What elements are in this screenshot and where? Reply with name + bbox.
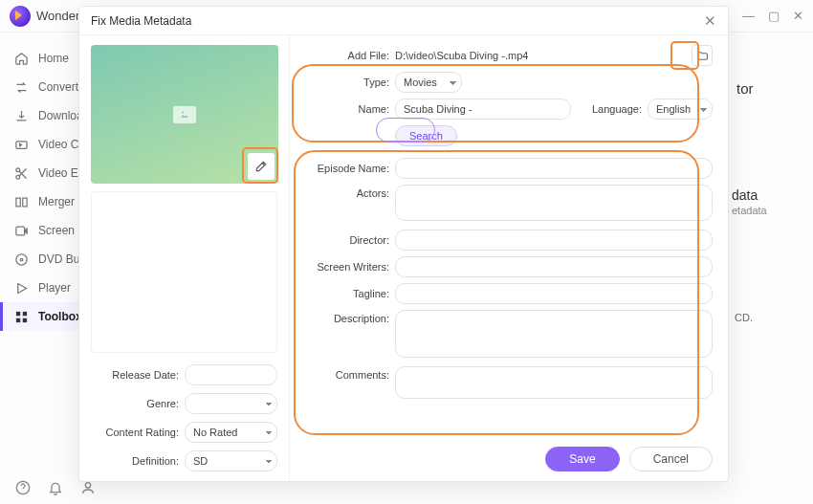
name-label: Name:	[305, 103, 389, 115]
genre-label: Genre:	[91, 398, 179, 409]
modal-fix-metadata: Fix Media Metadata ✕ Release Date:	[78, 6, 729, 482]
bg-text: data	[732, 187, 758, 203]
svg-point-1	[15, 167, 19, 171]
sidebar-item-label: Player	[38, 281, 71, 295]
svg-rect-5	[15, 227, 24, 235]
bg-text: etadata	[732, 205, 767, 216]
addfile-label: Add File:	[305, 50, 389, 61]
sidebar-item-label: Home	[38, 52, 69, 65]
svg-point-7	[20, 258, 23, 261]
modal-header: Fix Media Metadata ✕	[79, 7, 728, 35]
actors-input[interactable]	[395, 185, 713, 221]
convert-icon	[13, 79, 29, 95]
definition-label: Definition:	[91, 455, 179, 467]
browse-folder-button[interactable]	[692, 45, 713, 66]
modal-right-column: Add File: Type: Movies Name: Language: E…	[290, 35, 728, 481]
definition-select[interactable]: SD	[185, 450, 277, 471]
user-icon[interactable]	[80, 480, 96, 498]
description-input[interactable]	[395, 310, 713, 358]
bg-text: tor	[736, 80, 754, 97]
modal-body: Release Date: Genre: Content Rating: No …	[79, 35, 728, 481]
play-icon	[13, 280, 29, 296]
release-date-input[interactable]	[185, 364, 277, 385]
edit-cover-button[interactable]	[248, 153, 275, 180]
svg-marker-8	[17, 283, 26, 293]
modal-close-button[interactable]: ✕	[704, 12, 716, 30]
name-input[interactable]	[395, 99, 571, 120]
window-minimize[interactable]: —	[742, 9, 755, 23]
svg-rect-4	[22, 198, 26, 207]
preview-empty-area	[91, 191, 277, 353]
svg-point-15	[182, 111, 184, 113]
scissors-icon	[13, 165, 29, 181]
episode-label: Episode Name:	[305, 163, 389, 174]
description-label: Description:	[305, 310, 389, 324]
episode-input[interactable]	[395, 158, 713, 179]
type-select[interactable]: Movies	[395, 72, 462, 93]
disc-icon	[13, 252, 29, 267]
svg-point-14	[85, 482, 90, 487]
modal-left-column: Release Date: Genre: Content Rating: No …	[79, 35, 290, 481]
comments-label: Comments:	[305, 366, 389, 381]
tagline-input[interactable]	[395, 283, 713, 304]
director-input[interactable]	[395, 230, 713, 251]
svg-rect-11	[15, 318, 19, 321]
svg-rect-12	[22, 318, 26, 321]
release-date-label: Release Date:	[91, 369, 179, 381]
svg-point-6	[15, 253, 26, 264]
content-rating-select[interactable]: No Rated	[185, 422, 277, 443]
cancel-button[interactable]: Cancel	[629, 447, 713, 471]
writers-input[interactable]	[395, 256, 713, 277]
actors-label: Actors:	[305, 185, 389, 199]
cover-preview	[91, 45, 278, 184]
record-icon	[13, 223, 29, 238]
type-label: Type:	[305, 77, 389, 88]
svg-rect-9	[15, 311, 19, 315]
bg-text: CD.	[735, 312, 753, 323]
director-label: Director:	[305, 234, 389, 246]
compress-icon	[13, 137, 29, 152]
grid-icon	[13, 309, 29, 324]
image-placeholder-icon	[173, 106, 196, 123]
left-fields: Release Date: Genre: Content Rating: No …	[91, 364, 277, 471]
modal-title: Fix Media Metadata	[91, 14, 191, 28]
download-icon	[13, 108, 29, 123]
language-label: Language:	[592, 103, 642, 115]
sidebar-item-label: Merger	[38, 195, 75, 208]
window-close[interactable]: ✕	[793, 9, 803, 23]
window-controls: — ▢ ✕	[742, 9, 803, 23]
help-icon[interactable]	[15, 480, 31, 498]
language-select[interactable]: English	[648, 99, 713, 120]
genre-select[interactable]	[185, 393, 277, 414]
merge-icon	[13, 194, 29, 209]
save-button[interactable]: Save	[545, 447, 619, 471]
bell-icon[interactable]	[48, 480, 63, 498]
svg-rect-3	[15, 198, 19, 207]
sidebar-item-label: Toolbox	[38, 310, 82, 323]
search-button[interactable]: Search	[395, 125, 457, 146]
home-icon	[13, 51, 29, 66]
app-logo	[10, 6, 31, 27]
window-maximize[interactable]: ▢	[768, 9, 780, 23]
svg-point-2	[15, 175, 19, 179]
comments-input[interactable]	[395, 366, 713, 399]
tagline-label: Tagline:	[305, 288, 389, 299]
addfile-value	[395, 47, 682, 64]
writers-label: Screen Writers:	[305, 261, 389, 273]
svg-rect-10	[22, 311, 26, 315]
modal-footer: Save Cancel	[545, 447, 713, 471]
content-rating-label: Content Rating:	[91, 427, 179, 438]
